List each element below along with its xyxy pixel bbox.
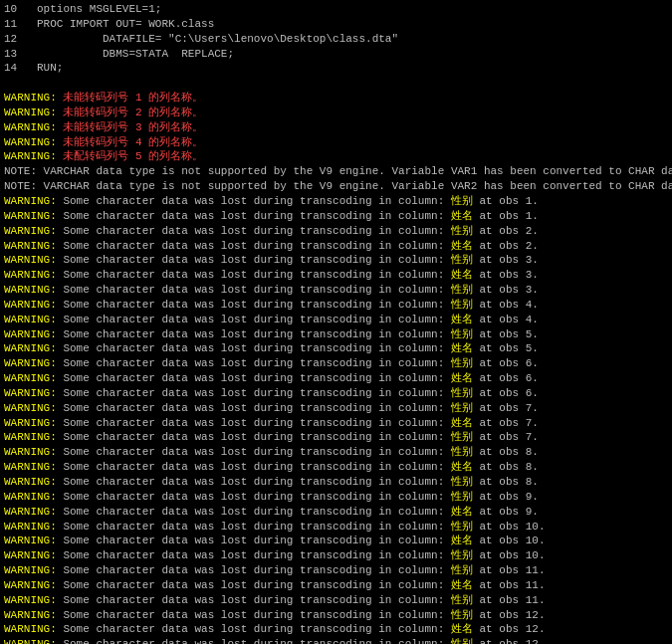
terminal-line: WARNING: Some character data was lost du…	[4, 608, 668, 623]
terminal-line: WARNING: Some character data was lost du…	[4, 356, 668, 371]
terminal-line: WARNING: Some character data was lost du…	[4, 371, 668, 386]
terminal-line: WARNING: Some character data was lost du…	[4, 313, 668, 327]
terminal-line: 12 DATAFILE= "C:\Users\lenovo\Desktop\cl…	[4, 32, 668, 47]
terminal-line: NOTE: VARCHAR data type is not supported…	[4, 179, 668, 194]
terminal-line: WARNING: Some character data was lost du…	[4, 593, 668, 608]
terminal-line: WARNING: Some character data was lost du…	[4, 253, 668, 268]
terminal-line: 13 DBMS=STATA REPLACE;	[4, 47, 668, 62]
terminal-line: WARNING: Some character data was lost du…	[4, 327, 668, 342]
terminal-line: WARNING: 未能转码列号 4 的列名称。	[4, 135, 668, 150]
terminal-line: WARNING: Some character data was lost du…	[4, 209, 668, 224]
terminal-line: WARNING: 未配转码列号 5 的列名称。	[4, 149, 668, 164]
terminal-line: WARNING: Some character data was lost du…	[4, 578, 668, 593]
terminal-line: WARNING: Some character data was lost du…	[4, 445, 668, 460]
terminal-line: NOTE: VARCHAR data type is not supported…	[4, 164, 668, 179]
terminal-line: WARNING: Some character data was lost du…	[4, 268, 668, 283]
terminal-line: 14 RUN;	[4, 61, 668, 76]
terminal-line: WARNING: Some character data was lost du…	[4, 430, 668, 445]
terminal-line: WARNING: Some character data was lost du…	[4, 298, 668, 313]
terminal-line: WARNING: Some character data was lost du…	[4, 622, 668, 637]
terminal-line: WARNING: Some character data was lost du…	[4, 386, 668, 401]
terminal-line: WARNING: 未能转码列号 3 的列名称。	[4, 120, 668, 135]
terminal-line: WARNING: Some character data was lost du…	[4, 460, 668, 475]
terminal-output: 10 options MSGLEVEL=1;11 PROC IMPORT OUT…	[0, 0, 672, 644]
terminal-line: WARNING: Some character data was lost du…	[4, 416, 668, 431]
terminal-line: WARNING: Some character data was lost du…	[4, 239, 668, 254]
terminal-line: WARNING: Some character data was lost du…	[4, 548, 668, 563]
terminal-line: WARNING: Some character data was lost du…	[4, 341, 668, 356]
terminal-line: WARNING: Some character data was lost du…	[4, 194, 668, 209]
terminal-line	[4, 76, 668, 91]
terminal-line: WARNING: Some character data was lost du…	[4, 520, 668, 535]
terminal-line: WARNING: 未能转码列号 1 的列名称。	[4, 91, 668, 106]
terminal-line: 10 options MSGLEVEL=1;	[4, 2, 668, 17]
terminal-line: WARNING: Some character data was lost du…	[4, 283, 668, 298]
terminal-line: WARNING: 未能转码列号 2 的列名称。	[4, 106, 668, 120]
terminal-line: WARNING: Some character data was lost du…	[4, 563, 668, 578]
terminal-line: WARNING: Some character data was lost du…	[4, 637, 668, 644]
terminal-line: WARNING: Some character data was lost du…	[4, 224, 668, 239]
terminal-line: WARNING: Some character data was lost du…	[4, 401, 668, 416]
terminal-line: 11 PROC IMPORT OUT= WORK.class	[4, 17, 668, 32]
terminal-line: WARNING: Some character data was lost du…	[4, 475, 668, 490]
terminal-line: WARNING: Some character data was lost du…	[4, 505, 668, 520]
terminal-line: WARNING: Some character data was lost du…	[4, 534, 668, 548]
terminal-line: WARNING: Some character data was lost du…	[4, 490, 668, 505]
